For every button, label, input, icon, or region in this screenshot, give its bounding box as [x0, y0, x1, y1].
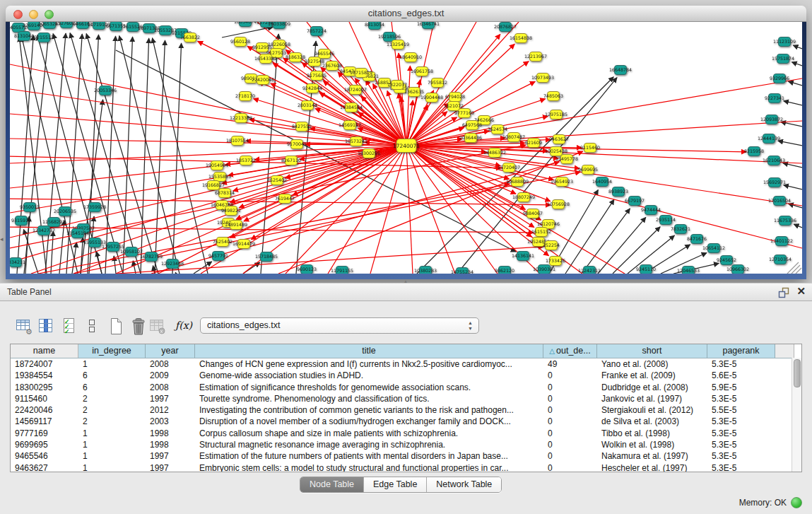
column-header-pagerank[interactable]: pagerank	[707, 344, 775, 358]
graph-node[interactable]: 9227341	[765, 94, 784, 103]
table-row[interactable]: 1938455462009Genome-wide association stu…	[11, 370, 801, 381]
graph-node[interactable]: 7955812	[428, 78, 447, 88]
graph-node[interactable]: 14136141	[512, 252, 534, 261]
table-settings-icon[interactable]: ⚙	[16, 317, 33, 336]
graph-node[interactable]: 1640954	[592, 177, 612, 187]
graph-node[interactable]: 16543382	[254, 54, 277, 64]
graph-node[interactable]: 8471676	[687, 235, 707, 244]
graph-node[interactable]: 14891489	[225, 221, 247, 230]
tab-network-table[interactable]: Network Table	[427, 477, 501, 492]
graph-node[interactable]: 2935114	[656, 216, 676, 225]
graph-node[interactable]: 9463627	[549, 135, 569, 144]
float-window-icon[interactable]	[777, 286, 789, 298]
tab-edge-table[interactable]: Edge Table	[364, 477, 427, 492]
graph-node[interactable]: 8215958	[744, 147, 764, 156]
graph-node[interactable]: 18724007	[344, 86, 367, 95]
graph-node[interactable]: 621609	[525, 139, 542, 148]
network-graph[interactable]: 1405571422691406106532871527602194661611…	[10, 22, 802, 274]
graph-node[interactable]: 12710354	[769, 255, 792, 264]
graph-node[interactable]: 9474444	[641, 206, 661, 215]
graph-node[interactable]: 18107554	[226, 136, 249, 146]
graph-node[interactable]: 17016504	[768, 197, 791, 206]
new-document-icon[interactable]	[108, 317, 124, 336]
table-scrollbar-thumb[interactable]	[794, 359, 801, 387]
graph-node[interactable]: 2803144	[298, 101, 317, 110]
network-canvas[interactable]: 1405571422691406106532871527602194661611…	[10, 22, 802, 274]
graph-node[interactable]: 10688809	[506, 177, 529, 187]
close-icon[interactable]: ✕	[796, 285, 806, 298]
table-row[interactable]: 1872400712008Changes of HCN gene express…	[11, 358, 801, 370]
graph-node[interactable]: 10390301	[533, 265, 555, 274]
graph-node[interactable]: 12444139	[758, 134, 780, 144]
graph-node[interactable]: 11325419	[387, 40, 409, 49]
graph-node[interactable]: 9315912	[11, 216, 31, 226]
graph-node[interactable]: 9115460	[580, 144, 600, 153]
graph-node[interactable]: 9175685	[307, 71, 326, 81]
graph-node[interactable]: 19904448	[420, 93, 443, 103]
graph-node[interactable]: 9884067	[523, 209, 543, 218]
table-row[interactable]: 911546021997Tourette syndrome. Phenomeno…	[11, 393, 801, 404]
graph-node[interactable]: 18640910	[399, 53, 422, 62]
graph-node[interactable]: 10380283	[414, 267, 437, 274]
table-row[interactable]: 977716911998Corpus callosum shape and si…	[11, 428, 801, 439]
table-row[interactable]: 946554611997Estimation of the future num…	[11, 450, 801, 462]
graph-node[interactable]: 15535893	[208, 173, 231, 182]
memory-status-icon[interactable]	[791, 497, 802, 508]
graph-node[interactable]: 11242311	[578, 267, 601, 274]
graph-node[interactable]: 9690123	[297, 265, 317, 274]
graph-node[interactable]: 12923468	[161, 259, 184, 269]
delete-trash-icon[interactable]	[130, 317, 147, 336]
graph-node[interactable]: 8131044	[14, 32, 34, 41]
graph-node[interactable]: 9334211	[10, 258, 25, 267]
graph-node[interactable]: 11123109	[773, 37, 796, 47]
graph-node[interactable]: 10654112	[702, 244, 725, 253]
graph-node[interactable]: 19384554	[340, 103, 363, 112]
graph-node[interactable]: 7857224	[307, 27, 326, 36]
tab-node-table[interactable]: Node Table	[300, 477, 364, 492]
graph-node[interactable]: 9245110	[636, 265, 656, 274]
graph-node[interactable]: 15692971	[763, 178, 786, 187]
window-titlebar[interactable]: citations_edges.txt	[6, 6, 806, 22]
graph-node[interactable]: 8938923	[608, 187, 628, 197]
graph-node[interactable]: 9777169	[454, 109, 474, 118]
graph-node[interactable]: 252254	[543, 241, 560, 250]
graph-node[interactable]: 3624574	[488, 125, 507, 134]
graph-node[interactable]: 16346741	[417, 22, 440, 29]
graph-node[interactable]: 20206535	[54, 207, 76, 216]
column-header-in_degree[interactable]: in_degree	[78, 344, 146, 358]
column-header-out_degree[interactable]: △out_de...	[543, 344, 597, 358]
graph-node[interactable]: 10966302	[726, 265, 749, 274]
table-row[interactable]: 946362711997Embryonic stem cells: a mode…	[11, 462, 801, 472]
graph-node[interactable]: 18807249	[512, 193, 535, 202]
graph-node[interactable]: 15751874	[772, 54, 794, 64]
graph-node[interactable]: 12213967	[524, 52, 547, 62]
graph-node[interactable]: 1733426	[546, 257, 565, 266]
graph-node[interactable]: 6497568	[462, 121, 482, 130]
graph-node[interactable]: 9862120	[495, 267, 514, 274]
graph-node[interactable]: 9498222	[221, 206, 241, 216]
column-header-name[interactable]: name	[11, 344, 78, 358]
row-height-icon[interactable]	[87, 317, 97, 336]
graph-node[interactable]: 7832621	[671, 225, 690, 234]
graph-node[interactable]: 7525402	[267, 176, 287, 185]
graph-node[interactable]: 6679197	[625, 197, 645, 206]
graph-hub-node[interactable]: 17240071	[393, 139, 420, 153]
column-header-title[interactable]: title	[195, 344, 543, 358]
graph-node[interactable]: 14755234	[451, 268, 473, 274]
graph-node[interactable]: 20876827	[494, 23, 517, 32]
graph-node[interactable]: 15720407	[498, 163, 520, 173]
graph-node[interactable]: 16648784	[609, 66, 632, 75]
graph-node[interactable]: 7663822	[180, 33, 200, 42]
table-row[interactable]: 2242004622012Investigating the contribut…	[11, 404, 801, 416]
column-header-year[interactable]: year	[146, 344, 195, 358]
table-row[interactable]: 1456911722003Disruption of a novel membe…	[11, 416, 801, 427]
graph-node[interactable]: 19654923	[551, 177, 573, 187]
graph-node[interactable]: 9560128	[230, 37, 250, 47]
graph-node[interactable]: 9170041	[287, 140, 307, 149]
graph-node[interactable]: 1615152	[531, 228, 551, 237]
graph-node[interactable]: 2367608	[322, 62, 342, 71]
graph-node[interactable]: 16914479	[233, 240, 255, 249]
graph-node[interactable]: 8186328	[286, 53, 305, 62]
graph-node[interactable]: 11791155	[331, 267, 353, 274]
graph-node[interactable]: 8813054	[365, 22, 384, 30]
